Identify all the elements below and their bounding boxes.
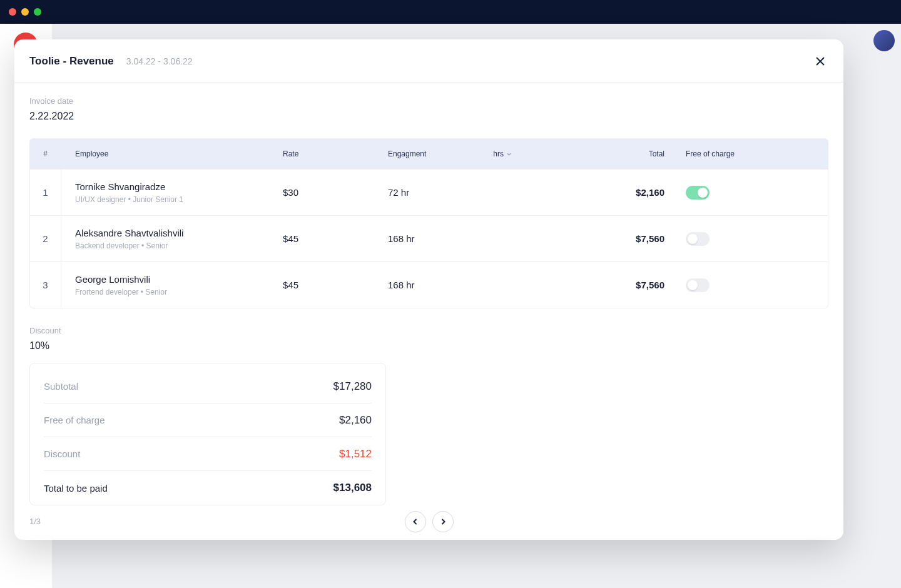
discount-label: Discount [29, 326, 828, 335]
column-header-total[interactable]: Total [591, 150, 672, 158]
invoice-date-value: 2.22.2022 [29, 111, 828, 122]
window-close-button[interactable] [9, 8, 16, 16]
foc-cell [672, 232, 828, 246]
subtotal-label: Subtotal [44, 381, 78, 392]
page-indicator: 1/3 [29, 517, 41, 526]
rate-cell: $45 [269, 233, 375, 244]
employee-name: Aleksandre Shavtvalishvili [75, 228, 269, 238]
discount-amount: $1,512 [339, 448, 372, 460]
summary-box: Subtotal $17,280 Free of charge $2,160 D… [29, 363, 386, 505]
chevron-down-icon [506, 151, 512, 157]
revenue-modal: Toolie - Revenue 3.04.22 - 3.06.22 Invoi… [14, 39, 843, 540]
window-maximize-button[interactable] [34, 8, 41, 16]
employee-cell: George Lomishvili Frortend developer • S… [61, 274, 269, 297]
employee-cell: Aleksandre Shavtvalishvili Backend devel… [61, 228, 269, 250]
row-index: 3 [30, 262, 61, 308]
window-titlebar [0, 0, 901, 24]
employee-role: UI/UX designer • Junior Senior 1 [75, 195, 269, 204]
invoice-date-label: Invoice date [29, 96, 828, 106]
total-cell: $2,160 [591, 187, 672, 198]
foc-toggle[interactable] [686, 278, 710, 292]
row-index: 1 [30, 170, 61, 215]
subtotal-value: $17,280 [333, 380, 372, 393]
column-header-engagement[interactable]: Engagment hrs [375, 150, 591, 158]
modal-footer: 1/3 [14, 517, 843, 540]
total-cell: $7,560 [591, 280, 672, 290]
total-value: $13,608 [333, 482, 372, 494]
foc-label: Free of charge [44, 415, 105, 425]
employee-role: Frortend developer • Senior [75, 288, 269, 297]
modal-body: Invoice date 2.22.2022 # Employee Rate E… [14, 83, 843, 512]
row-index: 2 [30, 216, 61, 261]
engagement-cell: 72 hr [375, 187, 591, 198]
summary-row-foc: Free of charge $2,160 [44, 403, 372, 437]
engagement-cell: 168 hr [375, 233, 591, 244]
modal-title: Toolie - Revenue [29, 55, 114, 68]
close-button[interactable] [812, 53, 828, 69]
close-icon [815, 56, 826, 67]
summary-row-total: Total to be paid $13,608 [44, 471, 372, 505]
table-row: 2 Aleksandre Shavtvalishvili Backend dev… [30, 215, 828, 261]
engagement-cell: 168 hr [375, 280, 591, 290]
next-button[interactable] [432, 511, 454, 532]
rate-cell: $30 [269, 187, 375, 198]
foc-value: $2,160 [339, 414, 372, 427]
engagement-label: Engagment [388, 150, 426, 158]
column-header-index: # [30, 139, 61, 169]
employee-cell: Tornike Shvangiradze UI/UX designer • Ju… [61, 181, 269, 204]
modal-header: Toolie - Revenue 3.04.22 - 3.06.22 [14, 39, 843, 83]
hrs-sort[interactable]: hrs [493, 150, 512, 158]
chevron-right-icon [439, 518, 447, 525]
column-header-employee[interactable]: Employee [61, 150, 269, 158]
employee-table: # Employee Rate Engagment hrs Total Free… [29, 138, 828, 308]
employee-role: Backend developer • Senior [75, 241, 269, 250]
table-header: # Employee Rate Engagment hrs Total Free… [30, 139, 828, 169]
employee-name: Tornike Shvangiradze [75, 181, 269, 192]
chevron-left-icon [412, 518, 419, 525]
discount-section: Discount 10% [29, 326, 828, 352]
summary-row-subtotal: Subtotal $17,280 [44, 370, 372, 403]
employee-name: George Lomishvili [75, 274, 269, 285]
foc-cell [672, 278, 828, 292]
total-label: Total to be paid [44, 483, 108, 494]
foc-cell [672, 186, 828, 200]
pager-buttons [405, 511, 454, 532]
foc-toggle[interactable] [686, 186, 710, 200]
column-header-foc[interactable]: Free of charge [672, 150, 828, 158]
discount-label: Discount [44, 449, 80, 459]
modal-date-range: 3.04.22 - 3.06.22 [126, 56, 193, 66]
table-row: 3 George Lomishvili Frortend developer •… [30, 261, 828, 308]
total-cell: $7,560 [591, 233, 672, 244]
hrs-label: hrs [493, 150, 504, 158]
table-row: 1 Tornike Shvangiradze UI/UX designer • … [30, 169, 828, 215]
column-header-rate[interactable]: Rate [269, 150, 375, 158]
discount-value: 10% [29, 340, 828, 352]
prev-button[interactable] [405, 511, 426, 532]
summary-row-discount: Discount $1,512 [44, 437, 372, 471]
foc-toggle[interactable] [686, 232, 710, 246]
avatar[interactable] [873, 30, 895, 51]
window-minimize-button[interactable] [21, 8, 29, 16]
rate-cell: $45 [269, 280, 375, 290]
